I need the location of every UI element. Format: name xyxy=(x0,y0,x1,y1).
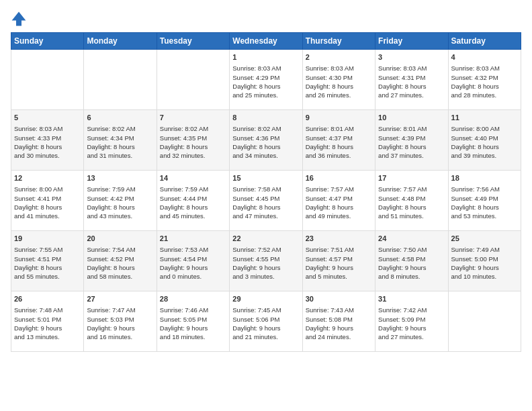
day-number: 14 xyxy=(160,173,226,183)
day-number: 3 xyxy=(378,52,445,62)
calendar-day: 29Sunrise: 7:45 AM Sunset: 5:06 PM Dayli… xyxy=(230,291,302,352)
day-info: Sunrise: 8:00 AM Sunset: 4:41 PM Dayligh… xyxy=(14,185,81,220)
day-info: Sunrise: 7:42 AM Sunset: 5:09 PM Dayligh… xyxy=(378,306,445,341)
logo-icon xyxy=(11,11,27,27)
calendar-day: 6Sunrise: 8:02 AM Sunset: 4:34 PM Daylig… xyxy=(84,110,157,171)
day-info: Sunrise: 7:54 AM Sunset: 4:52 PM Dayligh… xyxy=(87,245,153,281)
day-info: Sunrise: 7:59 AM Sunset: 4:44 PM Dayligh… xyxy=(160,185,226,220)
day-number: 28 xyxy=(160,294,226,304)
day-number: 7 xyxy=(160,113,226,123)
calendar-week-2: 5Sunrise: 8:03 AM Sunset: 4:33 PM Daylig… xyxy=(11,110,521,171)
day-header-sunday: Sunday xyxy=(11,33,84,50)
day-info: Sunrise: 8:02 AM Sunset: 4:34 PM Dayligh… xyxy=(87,124,153,160)
calendar-day: 28Sunrise: 7:46 AM Sunset: 5:05 PM Dayli… xyxy=(157,291,229,352)
calendar-header-row: SundayMondayTuesdayWednesdayThursdayFrid… xyxy=(11,33,521,50)
day-number: 9 xyxy=(306,113,372,123)
day-number: 26 xyxy=(14,294,81,304)
calendar-day: 18Sunrise: 7:56 AM Sunset: 4:49 PM Dayli… xyxy=(448,171,521,231)
day-number: 21 xyxy=(160,234,226,244)
day-number: 1 xyxy=(232,52,299,62)
day-info: Sunrise: 7:48 AM Sunset: 5:01 PM Dayligh… xyxy=(14,306,81,341)
day-number: 13 xyxy=(87,173,153,183)
calendar-day: 13Sunrise: 7:59 AM Sunset: 4:42 PM Dayli… xyxy=(84,171,157,231)
day-number: 11 xyxy=(451,113,518,123)
calendar-day: 27Sunrise: 7:47 AM Sunset: 5:03 PM Dayli… xyxy=(84,291,157,352)
calendar-day: 14Sunrise: 7:59 AM Sunset: 4:44 PM Dayli… xyxy=(157,171,229,231)
day-number: 29 xyxy=(232,294,299,304)
calendar-day: 17Sunrise: 7:57 AM Sunset: 4:48 PM Dayli… xyxy=(375,171,448,231)
day-info: Sunrise: 7:46 AM Sunset: 5:05 PM Dayligh… xyxy=(160,306,226,341)
calendar-week-4: 19Sunrise: 7:55 AM Sunset: 4:51 PM Dayli… xyxy=(11,231,521,291)
day-info: Sunrise: 7:47 AM Sunset: 5:03 PM Dayligh… xyxy=(87,306,153,341)
day-info: Sunrise: 7:59 AM Sunset: 4:42 PM Dayligh… xyxy=(87,185,153,220)
calendar-day: 21Sunrise: 7:53 AM Sunset: 4:54 PM Dayli… xyxy=(157,231,229,291)
calendar-day: 11Sunrise: 8:00 AM Sunset: 4:40 PM Dayli… xyxy=(448,110,521,171)
calendar-day xyxy=(157,50,229,110)
day-info: Sunrise: 8:03 AM Sunset: 4:29 PM Dayligh… xyxy=(232,64,299,99)
day-header-thursday: Thursday xyxy=(302,33,375,50)
calendar-day: 1Sunrise: 8:03 AM Sunset: 4:29 PM Daylig… xyxy=(230,50,302,110)
calendar-day xyxy=(448,291,521,352)
day-number: 27 xyxy=(87,294,153,304)
day-number: 25 xyxy=(451,234,518,244)
day-number: 31 xyxy=(378,294,445,304)
calendar-day: 4Sunrise: 8:03 AM Sunset: 4:32 PM Daylig… xyxy=(448,50,521,110)
day-number: 12 xyxy=(14,173,81,183)
calendar-day: 9Sunrise: 8:01 AM Sunset: 4:37 PM Daylig… xyxy=(302,110,375,171)
day-number: 18 xyxy=(451,173,518,183)
day-header-saturday: Saturday xyxy=(448,33,521,50)
day-info: Sunrise: 7:45 AM Sunset: 5:06 PM Dayligh… xyxy=(232,306,299,341)
day-number: 17 xyxy=(378,173,445,183)
calendar-day: 22Sunrise: 7:52 AM Sunset: 4:55 PM Dayli… xyxy=(230,231,302,291)
day-number: 5 xyxy=(14,113,81,123)
calendar-day: 15Sunrise: 7:58 AM Sunset: 4:45 PM Dayli… xyxy=(230,171,302,231)
day-info: Sunrise: 8:02 AM Sunset: 4:36 PM Dayligh… xyxy=(232,124,299,160)
calendar-day: 16Sunrise: 7:57 AM Sunset: 4:47 PM Dayli… xyxy=(302,171,375,231)
calendar-day: 10Sunrise: 8:01 AM Sunset: 4:39 PM Dayli… xyxy=(375,110,448,171)
day-number: 2 xyxy=(306,52,372,62)
day-header-monday: Monday xyxy=(84,33,157,50)
day-number: 22 xyxy=(232,234,299,244)
day-info: Sunrise: 7:51 AM Sunset: 4:57 PM Dayligh… xyxy=(306,245,372,281)
day-info: Sunrise: 7:50 AM Sunset: 4:58 PM Dayligh… xyxy=(378,245,445,281)
calendar-day: 7Sunrise: 8:02 AM Sunset: 4:35 PM Daylig… xyxy=(157,110,229,171)
day-info: Sunrise: 7:57 AM Sunset: 4:47 PM Dayligh… xyxy=(306,185,372,220)
page-header xyxy=(11,11,521,27)
calendar-week-1: 1Sunrise: 8:03 AM Sunset: 4:29 PM Daylig… xyxy=(11,50,521,110)
calendar-day: 20Sunrise: 7:54 AM Sunset: 4:52 PM Dayli… xyxy=(84,231,157,291)
day-info: Sunrise: 7:55 AM Sunset: 4:51 PM Dayligh… xyxy=(14,245,81,281)
day-number: 6 xyxy=(87,113,153,123)
calendar-day xyxy=(84,50,157,110)
day-info: Sunrise: 7:52 AM Sunset: 4:55 PM Dayligh… xyxy=(232,245,299,281)
day-number: 24 xyxy=(378,234,445,244)
day-info: Sunrise: 7:49 AM Sunset: 5:00 PM Dayligh… xyxy=(451,245,518,281)
calendar-day: 8Sunrise: 8:02 AM Sunset: 4:36 PM Daylig… xyxy=(230,110,302,171)
day-info: Sunrise: 7:58 AM Sunset: 4:45 PM Dayligh… xyxy=(232,185,299,220)
day-info: Sunrise: 8:03 AM Sunset: 4:31 PM Dayligh… xyxy=(378,64,445,99)
calendar-day: 3Sunrise: 8:03 AM Sunset: 4:31 PM Daylig… xyxy=(375,50,448,110)
day-number: 8 xyxy=(232,113,299,123)
day-info: Sunrise: 8:01 AM Sunset: 4:37 PM Dayligh… xyxy=(306,124,372,160)
calendar-week-5: 26Sunrise: 7:48 AM Sunset: 5:01 PM Dayli… xyxy=(11,291,521,352)
day-info: Sunrise: 7:57 AM Sunset: 4:48 PM Dayligh… xyxy=(378,185,445,220)
calendar-day: 23Sunrise: 7:51 AM Sunset: 4:57 PM Dayli… xyxy=(302,231,375,291)
day-info: Sunrise: 7:53 AM Sunset: 4:54 PM Dayligh… xyxy=(160,245,226,281)
calendar-day: 5Sunrise: 8:03 AM Sunset: 4:33 PM Daylig… xyxy=(11,110,84,171)
day-header-friday: Friday xyxy=(375,33,448,50)
day-number: 4 xyxy=(451,52,518,62)
calendar-day: 25Sunrise: 7:49 AM Sunset: 5:00 PM Dayli… xyxy=(448,231,521,291)
day-number: 30 xyxy=(306,294,372,304)
day-number: 20 xyxy=(87,234,153,244)
day-info: Sunrise: 8:02 AM Sunset: 4:35 PM Dayligh… xyxy=(160,124,226,160)
day-number: 19 xyxy=(14,234,81,244)
calendar-day: 24Sunrise: 7:50 AM Sunset: 4:58 PM Dayli… xyxy=(375,231,448,291)
day-info: Sunrise: 7:43 AM Sunset: 5:08 PM Dayligh… xyxy=(306,306,372,341)
calendar-table: SundayMondayTuesdayWednesdayThursdayFrid… xyxy=(11,32,521,352)
calendar-day: 12Sunrise: 8:00 AM Sunset: 4:41 PM Dayli… xyxy=(11,171,84,231)
calendar-day: 30Sunrise: 7:43 AM Sunset: 5:08 PM Dayli… xyxy=(302,291,375,352)
day-number: 15 xyxy=(232,173,299,183)
day-header-tuesday: Tuesday xyxy=(157,33,229,50)
calendar-day: 26Sunrise: 7:48 AM Sunset: 5:01 PM Dayli… xyxy=(11,291,84,352)
calendar-day: 2Sunrise: 8:03 AM Sunset: 4:30 PM Daylig… xyxy=(302,50,375,110)
day-info: Sunrise: 8:00 AM Sunset: 4:40 PM Dayligh… xyxy=(451,124,518,160)
